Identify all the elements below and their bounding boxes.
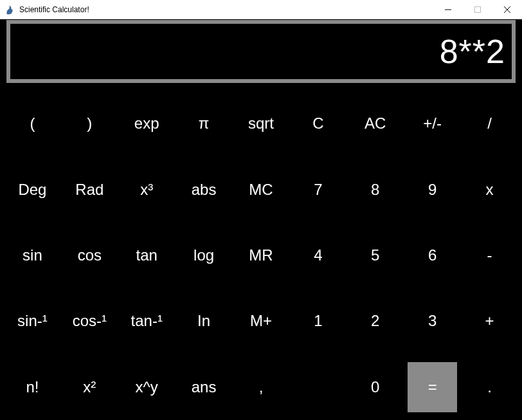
svg-rect-1 [475,6,481,12]
pi-button[interactable]: π [176,91,233,156]
window-controls [433,0,522,19]
cos-button[interactable]: cos [61,223,118,288]
tan-button[interactable]: tan [118,223,176,288]
divide-button[interactable]: / [461,91,518,156]
equals-button[interactable]: = [408,362,457,412]
sign-toggle-button[interactable]: +/- [404,91,461,156]
digit-9-button[interactable]: 9 [404,156,461,222]
sin-button[interactable]: sin [4,223,61,288]
calculator-app: 8**2 ( ) exp π sqrt C AC +/- / Deg Rad x… [0,19,522,420]
window-title: Scientific Calculator! [19,5,433,14]
comma-button[interactable]: , [233,354,290,420]
minimize-button[interactable] [433,0,463,19]
arctan-button[interactable]: tan-¹ [118,288,176,354]
digit-0-button[interactable]: 0 [346,354,404,420]
x-squared-button[interactable]: x² [61,354,118,420]
deg-button[interactable]: Deg [4,156,61,222]
x-cubed-button[interactable]: x³ [118,156,176,222]
titlebar: Scientific Calculator! [0,0,522,19]
rad-button[interactable]: Rad [61,156,118,222]
clear-button[interactable]: C [289,91,346,156]
digit-4-button[interactable]: 4 [289,223,346,288]
memory-add-button[interactable]: M+ [233,288,290,354]
memory-clear-button[interactable]: MC [233,156,290,222]
close-button[interactable] [492,0,522,19]
power-button[interactable]: x^y [118,354,176,420]
digit-7-button[interactable]: 7 [289,156,346,222]
arcsin-button[interactable]: sin-¹ [4,288,61,354]
digit-8-button[interactable]: 8 [346,156,404,222]
abs-button[interactable]: abs [176,156,233,222]
maximize-button [463,0,492,19]
app-icon [5,5,15,15]
decimal-button[interactable]: . [461,354,518,420]
empty-cell [289,354,346,420]
display-frame: 8**2 [6,20,516,83]
subtract-button[interactable]: - [461,223,518,288]
digit-5-button[interactable]: 5 [346,223,404,288]
ans-button[interactable]: ans [176,354,233,420]
factorial-button[interactable]: n! [4,354,61,420]
memory-recall-button[interactable]: MR [233,223,290,288]
keypad: ( ) exp π sqrt C AC +/- / Deg Rad x³ abs… [0,91,522,420]
ln-button[interactable]: In [176,288,233,354]
sqrt-button[interactable]: sqrt [233,91,290,156]
all-clear-button[interactable]: AC [346,91,404,156]
arccos-button[interactable]: cos-¹ [61,288,118,354]
display: 8**2 [10,24,512,79]
digit-2-button[interactable]: 2 [346,288,404,354]
digit-6-button[interactable]: 6 [404,223,461,288]
close-paren-button[interactable]: ) [61,91,118,156]
exp-button[interactable]: exp [118,91,176,156]
multiply-button[interactable]: x [461,156,518,222]
add-button[interactable]: + [461,288,518,354]
log-button[interactable]: log [176,223,233,288]
digit-1-button[interactable]: 1 [289,288,346,354]
open-paren-button[interactable]: ( [4,91,61,156]
digit-3-button[interactable]: 3 [404,288,461,354]
